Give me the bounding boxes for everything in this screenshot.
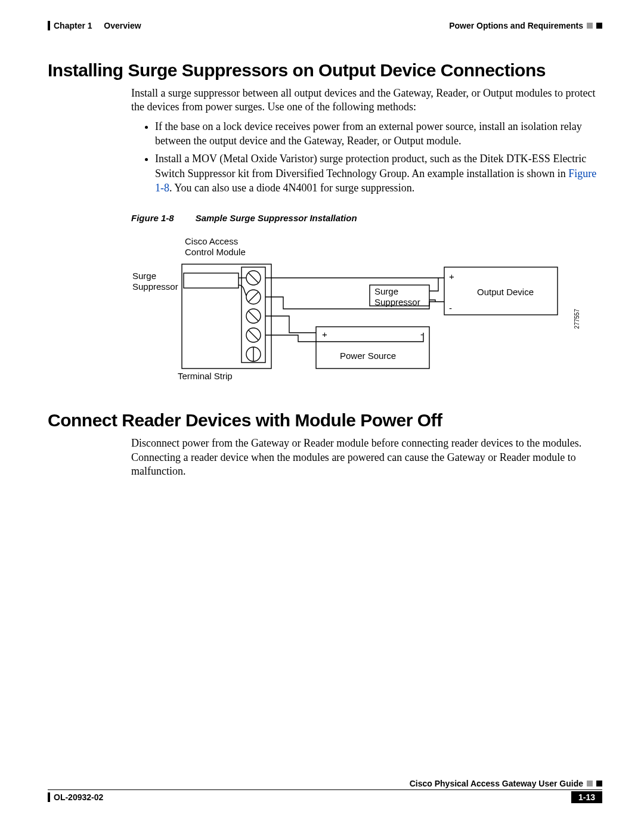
svg-line-3 [249, 273, 258, 283]
diagram-label-suppressor-mid: Surge Suppressor [374, 286, 420, 307]
header-square-icon [596, 23, 602, 29]
section-heading-surge: Installing Surge Suppressors on Output D… [48, 60, 602, 80]
footer-bar-icon [48, 792, 50, 802]
diagram-label-output-device: Output Device [477, 287, 534, 297]
footer-square-icon [596, 781, 602, 786]
section-intro: Install a surge suppressor between all o… [131, 86, 602, 114]
diagram-id: 277557 [574, 309, 580, 329]
figure-label: Figure 1-8 [131, 213, 174, 223]
page-footer: Cisco Physical Access Gateway User Guide… [48, 779, 602, 803]
diagram-label-minus: - [449, 303, 452, 313]
chapter-title: Overview [104, 21, 141, 30]
section-body: Disconnect power from the Gateway or Rea… [131, 436, 602, 478]
section-heading-reader: Connect Reader Devices with Module Power… [48, 410, 602, 431]
svg-rect-12 [184, 273, 239, 288]
diagram-label-suppressor-left: Surge Suppressor [132, 271, 178, 292]
diagram-label-terminal: Terminal Strip [178, 371, 233, 381]
svg-rect-0 [182, 264, 271, 368]
header-bar-icon [48, 21, 50, 30]
method-list: If the base on a lock device receives po… [137, 119, 602, 195]
section-path: Power Options and Requirements [449, 21, 583, 30]
svg-rect-15 [316, 327, 429, 368]
diagram-label-module: Cisco Access Control Module [185, 236, 246, 257]
svg-line-5 [249, 292, 258, 302]
figure-title: Sample Surge Suppressor Installation [196, 213, 357, 223]
book-title: Cisco Physical Access Gateway User Guide [410, 779, 583, 788]
list-item-text-a: Install a MOV (Metal Oxide Varistor) sur… [155, 153, 586, 179]
list-item: If the base on a lock device receives po… [155, 119, 602, 148]
diagram-label-power-source: Power Source [340, 351, 396, 361]
footer-square-icon [587, 781, 593, 786]
header-square-icon [587, 23, 593, 29]
list-item-text-b: . You can also use a diode 4N4001 for su… [169, 182, 414, 194]
chapter-label: Chapter 1 [54, 21, 92, 30]
diagram-label-plus: + [322, 329, 327, 339]
figure-caption: Figure 1-8Sample Surge Suppressor Instal… [131, 213, 602, 223]
page-number: 1-13 [571, 791, 602, 803]
footer-rule [48, 789, 602, 790]
list-item: Install a MOV (Metal Oxide Varistor) sur… [155, 151, 602, 195]
svg-line-7 [249, 311, 258, 321]
diagram-label-plus: + [449, 271, 454, 281]
diagram-label-minus: - [420, 329, 423, 339]
doc-id: OL-20932-02 [54, 792, 103, 802]
running-header: Chapter 1 Overview Power Options and Req… [48, 21, 602, 30]
figure-diagram: Cisco Access Control Module Surge Suppre… [149, 231, 566, 386]
svg-line-9 [249, 330, 258, 340]
